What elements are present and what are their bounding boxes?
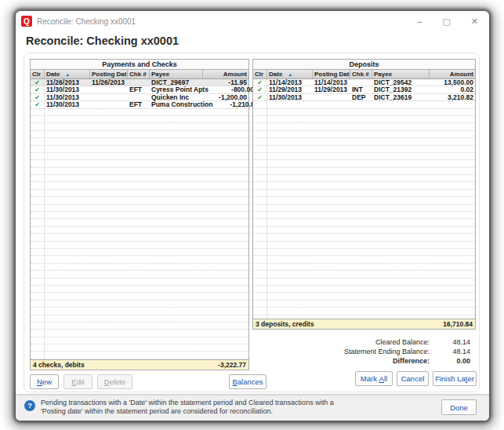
- payments-empty-rows: [31, 109, 248, 359]
- done-button[interactable]: Done: [441, 399, 477, 415]
- column-header-label: Amount: [223, 71, 247, 78]
- cell-chk-number: DEP: [350, 94, 372, 101]
- transaction-row[interactable]: ✔11/30/2013DEPDICT_236193,210.82: [253, 94, 475, 101]
- column-header-posting-date[interactable]: Posting Date: [90, 70, 128, 78]
- column-header-chk-[interactable]: Chk #: [350, 70, 372, 78]
- mark-all-button[interactable]: Mark All: [355, 371, 393, 386]
- cancel-button[interactable]: Cancel: [397, 371, 429, 386]
- statement-ending-balance-label: Statement Ending Balance:: [344, 348, 430, 355]
- minimize-icon[interactable]: –: [417, 17, 422, 26]
- cell-amount: 3,210.82: [430, 94, 475, 101]
- column-header-clr[interactable]: Clr: [31, 70, 45, 78]
- deposits-summary-label: 3 deposits, credits: [256, 320, 314, 328]
- balances-button[interactable]: Balances: [229, 374, 267, 389]
- deposits-totals-bar: 3 deposits, credits 16,710.84: [253, 319, 475, 329]
- delete-button[interactable]: Delete: [97, 374, 132, 389]
- column-header-label: Chk #: [129, 71, 147, 78]
- column-header-label: Clr: [255, 71, 263, 78]
- payments-and-checks-table: Payments and Checks ClrDate▲Posting Date…: [30, 59, 249, 370]
- payments-summary-total: -3,222.77: [218, 361, 246, 369]
- maximize-icon[interactable]: ▢: [442, 17, 450, 26]
- column-header-label: Date: [46, 71, 60, 78]
- cleared-check-icon: ✔: [31, 79, 45, 86]
- column-header-label: Payee: [374, 71, 392, 78]
- payments-summary-label: 4 checks, debits: [33, 361, 85, 369]
- help-icon: ?: [24, 400, 35, 411]
- window-title: Reconcile: Checking xx0001: [37, 17, 136, 26]
- cell-chk-number: EFT: [128, 101, 150, 108]
- cell-date: 11/30/2013: [267, 94, 313, 101]
- cleared-check-icon: ✔: [31, 94, 45, 101]
- cleared-check-icon: ✔: [31, 86, 45, 93]
- column-header-label: Amount: [450, 71, 473, 78]
- cleared-check-icon: ✔: [253, 86, 267, 93]
- new-button[interactable]: New: [30, 374, 59, 389]
- cell-payee: DICT_23619: [372, 94, 430, 101]
- help-text: Pending transactions with a 'Date' withi…: [41, 399, 334, 416]
- payments-rows: ✔11/26/201311/26/2013DICT_29697-11.95✔11…: [31, 79, 248, 109]
- cell-chk-number: EFT: [128, 86, 150, 93]
- column-header-date[interactable]: Date▲: [45, 70, 90, 78]
- cell-date: 11/30/2013: [45, 101, 90, 108]
- reconcile-dialog-window: Q Reconcile: Checking xx0001 – ▢ ✕ Recon…: [16, 11, 489, 421]
- cleared-balance-label: Cleared Balance:: [375, 338, 430, 346]
- statement-ending-balance-value: 48.14: [430, 348, 470, 355]
- column-header-clr[interactable]: Clr: [253, 70, 267, 78]
- titlebar[interactable]: Q Reconcile: Checking xx0001 – ▢ ✕: [16, 11, 489, 31]
- cleared-check-icon: ✔: [253, 94, 267, 101]
- column-header-payee[interactable]: Payee: [150, 70, 203, 78]
- cell-payee: Puma Construction: [150, 101, 214, 108]
- cleared-balance-value: 48.14: [430, 338, 470, 346]
- difference-value: 0.00: [430, 357, 470, 365]
- edit-button[interactable]: Edit: [63, 374, 92, 389]
- column-header-chk-[interactable]: Chk #: [128, 70, 150, 78]
- deposits-empty-rows: [253, 101, 475, 319]
- cleared-check-icon: ✔: [253, 79, 267, 86]
- difference-label: Difference:: [393, 357, 430, 365]
- cleared-check-icon: ✔: [31, 101, 45, 108]
- page-title: Reconcile: Checking xx0001: [26, 35, 179, 47]
- column-header-label: Date: [269, 71, 282, 78]
- cell-posting-date: 11/26/2013: [90, 79, 128, 86]
- payments-totals-bar: 4 checks, debits -3,222.77: [31, 359, 248, 370]
- deposits-rows: ✔11/14/201311/14/2013DICT_2954213,500.00…: [253, 79, 475, 101]
- cell-posting-date: 11/29/2013: [313, 86, 350, 93]
- column-header-date[interactable]: Date▲: [267, 70, 313, 78]
- deposits-table: Deposits ClrDate▲Posting DateChk #PayeeA…: [252, 59, 476, 330]
- column-header-label: Chk #: [352, 71, 369, 78]
- help-footer-bar: ? Pending transactions with a 'Date' wit…: [16, 394, 489, 421]
- transaction-row[interactable]: ✔11/30/2013EFTPuma Construction-1,210.82: [31, 101, 248, 108]
- sort-ascending-icon: ▲: [288, 72, 292, 77]
- column-header-amount[interactable]: Amount: [203, 70, 248, 78]
- balance-summary: Cleared Balance: 48.14 Statement Ending …: [267, 338, 470, 366]
- deposits-summary-total: 16,710.84: [443, 320, 473, 328]
- column-header-payee[interactable]: Payee: [372, 70, 430, 78]
- column-header-label: Clr: [32, 71, 41, 78]
- close-icon[interactable]: ✕: [471, 17, 478, 26]
- deposits-panel-title: Deposits: [253, 60, 475, 70]
- column-header-label: Posting Date: [314, 71, 350, 78]
- column-header-label: Posting Date: [92, 71, 128, 78]
- sort-ascending-icon: ▲: [65, 72, 70, 77]
- payments-panel-title: Payments and Checks: [31, 60, 248, 70]
- finish-later-button[interactable]: Finish Later: [433, 371, 477, 386]
- column-header-label: Payee: [151, 71, 169, 78]
- column-header-posting-date[interactable]: Posting Date: [313, 70, 350, 78]
- column-header-amount[interactable]: Amount: [430, 70, 475, 78]
- quicken-app-icon: Q: [21, 16, 32, 27]
